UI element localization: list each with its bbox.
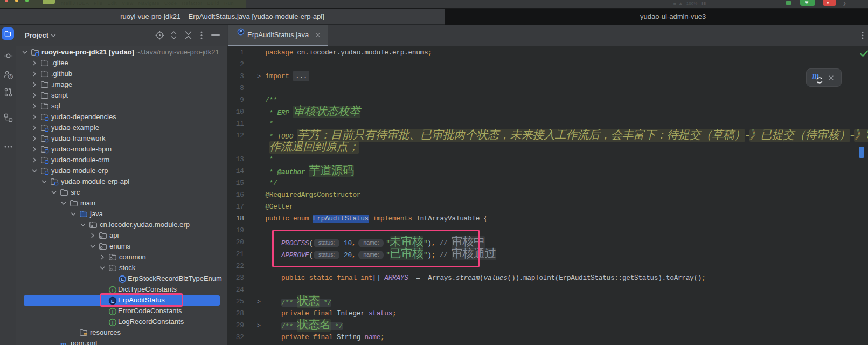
svg-text:E: E <box>239 29 242 34</box>
svg-text:?: ? <box>10 75 12 79</box>
